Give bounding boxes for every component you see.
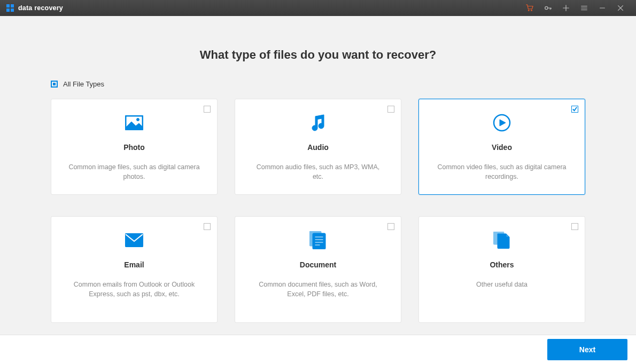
key-icon[interactable] bbox=[539, 0, 557, 16]
card-photo-desc: Common image files, such as digital came… bbox=[51, 162, 217, 181]
title-bar: data recovery bbox=[0, 0, 636, 16]
card-video[interactable]: Video Common video files, such as digita… bbox=[418, 99, 585, 195]
svg-rect-9 bbox=[313, 233, 325, 249]
card-email[interactable]: Email Common emails from Outlook or Outl… bbox=[51, 216, 218, 323]
card-email-desc: Common emails from Outlook or Outlook Ex… bbox=[51, 280, 217, 299]
svg-rect-13 bbox=[315, 244, 320, 246]
card-document-desc: Common document files, such as Word, Exc… bbox=[235, 280, 401, 299]
card-photo-checkbox[interactable] bbox=[204, 106, 211, 113]
card-others-desc: Other useful data bbox=[461, 280, 542, 289]
svg-point-5 bbox=[137, 118, 139, 121]
card-others[interactable]: Others Other useful data bbox=[418, 216, 585, 323]
document-icon bbox=[309, 230, 327, 251]
svg-rect-10 bbox=[315, 236, 323, 238]
next-button[interactable]: Next bbox=[547, 339, 627, 360]
photo-icon bbox=[125, 112, 143, 133]
minimize-icon[interactable] bbox=[593, 0, 611, 16]
main-content: What type of files do you want to recove… bbox=[0, 16, 636, 335]
card-others-checkbox[interactable] bbox=[571, 223, 578, 230]
card-photo-title: Photo bbox=[123, 143, 145, 152]
file-type-grid: Photo Common image files, such as digita… bbox=[51, 99, 585, 323]
file-stack-icon bbox=[493, 230, 510, 251]
app-title: data recovery bbox=[18, 4, 63, 12]
card-document-title: Document bbox=[300, 260, 336, 269]
card-others-title: Others bbox=[490, 260, 514, 269]
card-document[interactable]: Document Common document files, such as … bbox=[235, 216, 401, 323]
card-video-title: Video bbox=[492, 143, 512, 152]
all-file-types-checkbox[interactable] bbox=[51, 81, 58, 88]
all-file-types-row: All File Types bbox=[51, 80, 585, 88]
card-audio[interactable]: Audio Common audio files, such as MP3, W… bbox=[235, 99, 401, 195]
svg-rect-11 bbox=[315, 239, 323, 240]
card-audio-checkbox[interactable] bbox=[387, 106, 394, 113]
page-heading: What type of files do you want to recove… bbox=[0, 48, 636, 62]
svg-point-1 bbox=[531, 10, 532, 11]
card-audio-title: Audio bbox=[307, 143, 329, 152]
card-email-title: Email bbox=[124, 260, 144, 269]
menu-icon[interactable] bbox=[575, 0, 593, 16]
card-video-desc: Common video files, such as digital came… bbox=[419, 162, 585, 181]
card-audio-desc: Common audio files, such as MP3, WMA, et… bbox=[235, 162, 401, 181]
all-file-types-label: All File Types bbox=[63, 80, 104, 88]
envelope-icon bbox=[125, 230, 143, 251]
footer-bar: Next bbox=[0, 335, 636, 364]
close-icon[interactable] bbox=[611, 0, 630, 16]
card-video-checkbox[interactable] bbox=[571, 106, 578, 113]
card-photo[interactable]: Photo Common image files, such as digita… bbox=[51, 99, 218, 195]
music-note-icon bbox=[310, 112, 326, 133]
card-email-checkbox[interactable] bbox=[204, 223, 211, 230]
svg-point-0 bbox=[528, 10, 529, 11]
svg-rect-7 bbox=[125, 233, 143, 247]
app-logo-icon bbox=[6, 4, 14, 12]
svg-rect-12 bbox=[315, 242, 323, 243]
card-document-checkbox[interactable] bbox=[387, 223, 394, 230]
cart-icon[interactable] bbox=[521, 0, 539, 16]
play-circle-icon bbox=[493, 112, 511, 133]
svg-point-2 bbox=[545, 6, 548, 9]
plus-icon[interactable] bbox=[557, 0, 575, 16]
